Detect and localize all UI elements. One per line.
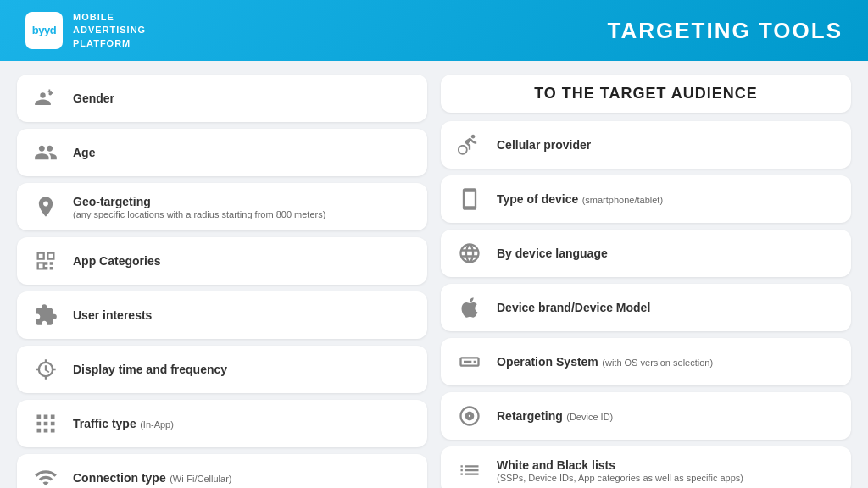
- traffic-sublabel: (In-App): [140, 419, 174, 430]
- list-item: Operation System (with OS version select…: [441, 338, 851, 385]
- apple-icon: [454, 292, 485, 323]
- display-time-label: Display time and frequency: [73, 362, 227, 377]
- list-item: Connection type (Wi-Fi/Cellular): [17, 454, 427, 488]
- header-title: TARGETING TOOLS: [608, 18, 843, 44]
- main-content: Gender Age Geo-targeting (any specific l…: [0, 61, 868, 488]
- logo-area: byyd MOBILEADVERTISINGPLATFORM: [25, 11, 146, 50]
- list-item: Cellular provider: [441, 121, 851, 169]
- traffic-label: Traffic type: [73, 417, 136, 430]
- list-item: Geo-targeting (any specific locations wi…: [17, 183, 427, 230]
- cellular-icon: [454, 130, 485, 160]
- target-header: TO THE TARGET AUDIENCE: [441, 75, 851, 113]
- traffic-icon: [31, 408, 61, 439]
- os-sublabel: (with OS version selection): [602, 358, 713, 368]
- gender-label: Gender: [73, 91, 114, 106]
- device-type-label: Type of device: [497, 192, 578, 206]
- connection-label: Connection type: [73, 471, 166, 485]
- app-categories-label: App Categories: [73, 253, 160, 269]
- list-item: Type of device (smartphone/tablet): [441, 175, 851, 223]
- logo-text: byyd: [32, 24, 56, 36]
- logo-subtext: MOBILEADVERTISINGPLATFORM: [73, 11, 146, 50]
- puzzle-icon: [31, 300, 61, 330]
- right-column: TO THE TARGET AUDIENCE Cellular provider…: [441, 75, 851, 474]
- retargeting-sublabel: (Device ID): [566, 412, 613, 422]
- retargeting-icon: [454, 401, 485, 431]
- age-icon: [31, 137, 61, 168]
- lists-sublabel: (SSPs, Device IDs, App categories as wel…: [497, 473, 743, 483]
- left-column: Gender Age Geo-targeting (any specific l…: [17, 75, 427, 474]
- user-interests-label: User interests: [73, 308, 152, 323]
- list-item: App Categories: [17, 237, 427, 285]
- geo-icon: [31, 191, 61, 222]
- header: byyd MOBILEADVERTISINGPLATFORM TARGETING…: [0, 0, 868, 61]
- lists-icon: [454, 455, 485, 485]
- os-icon: [454, 347, 485, 377]
- device-brand-label: Device brand/Device Model: [497, 300, 650, 315]
- target-header-text: TO THE TARGET AUDIENCE: [458, 85, 834, 103]
- device-icon: [454, 184, 485, 214]
- device-type-sublabel: (smartphone/tablet): [582, 195, 663, 205]
- list-item: Age: [17, 129, 427, 176]
- list-item: Gender: [17, 75, 427, 122]
- timer-icon: [31, 354, 61, 385]
- list-item: Device brand/Device Model: [441, 284, 851, 331]
- list-item: Traffic type (In-App): [17, 400, 427, 447]
- list-item: User interests: [17, 291, 427, 339]
- gender-icon: [31, 83, 61, 114]
- geo-sublabel: (any specific locations with a radius st…: [73, 209, 326, 219]
- retargeting-label: Retargeting: [497, 409, 563, 423]
- list-item: By device language: [441, 230, 851, 277]
- age-label: Age: [73, 145, 95, 160]
- device-language-label: By device language: [497, 246, 608, 261]
- list-item: Retargeting (Device ID): [441, 392, 851, 440]
- list-item: Display time and frequency: [17, 346, 427, 393]
- geo-label: Geo-targeting: [73, 194, 326, 209]
- app-icon: [31, 246, 61, 276]
- os-label: Operation System: [497, 355, 598, 369]
- lists-label: White and Black lists: [497, 458, 743, 473]
- language-icon: [454, 238, 485, 269]
- list-item: White and Black lists (SSPs, Device IDs,…: [441, 446, 851, 488]
- wifi-icon: [31, 463, 61, 488]
- cellular-label: Cellular provider: [497, 137, 591, 152]
- logo-box: byyd: [25, 12, 63, 49]
- connection-sublabel: (Wi-Fi/Cellular): [170, 474, 231, 484]
